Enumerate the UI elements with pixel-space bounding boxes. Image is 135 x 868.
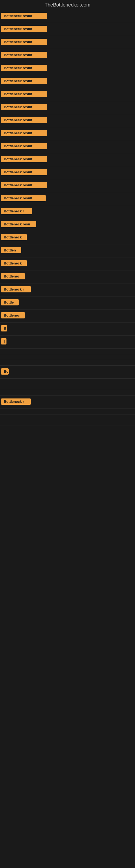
bottleneck-badge[interactable]: Bo [1, 368, 9, 375]
result-row: Bottleneck result [0, 49, 135, 62]
result-row: Bottleneck result [0, 36, 135, 49]
bottleneck-badge[interactable]: Bottleneck result [1, 130, 47, 136]
result-row: Bottleneck result [0, 153, 135, 166]
result-row: Bottleneck result [0, 192, 135, 205]
results-list: Bottleneck resultBottleneck resultBottle… [0, 10, 135, 426]
result-row [0, 384, 135, 390]
result-row: B [0, 322, 135, 336]
result-row: Bottleneck result [0, 114, 135, 127]
page-container: TheBottlenecker.com Bottleneck resultBot… [0, 0, 135, 426]
bottleneck-badge[interactable]: Bottleneck r [1, 208, 32, 214]
result-row: Bottle [0, 297, 135, 310]
bottleneck-badge[interactable]: Bottleneck r [1, 399, 31, 405]
result-row: Bottlen [0, 244, 135, 257]
result-row: Bottleneck resu [0, 218, 135, 231]
result-row: Bottleneck result [0, 75, 135, 88]
bottleneck-badge[interactable]: Bottleneck result [1, 78, 47, 84]
bottleneck-badge[interactable]: Bottleneck [1, 260, 27, 267]
result-row: Bottleneck r [0, 205, 135, 218]
bottleneck-badge[interactable]: Bottlenec [1, 273, 25, 279]
result-row: Bottleneck r [0, 283, 135, 297]
result-row: Bottleneck result [0, 166, 135, 179]
bottleneck-badge[interactable]: Bottleneck result [1, 156, 47, 162]
result-row [0, 360, 135, 366]
result-row: Bottleneck result [0, 62, 135, 75]
result-row: Bo [0, 366, 135, 379]
result-row: Bottleneck r [0, 396, 135, 409]
bottleneck-badge[interactable]: Bottleneck result [1, 195, 46, 201]
result-row: Bottleneck result [0, 10, 135, 23]
bottleneck-badge[interactable]: Bottle [1, 299, 18, 305]
bottleneck-badge[interactable]: Bottleneck result [1, 143, 47, 149]
result-row [0, 409, 135, 414]
result-row [0, 420, 135, 426]
bottleneck-badge[interactable]: Bottleneck result [1, 169, 47, 175]
bottleneck-badge[interactable]: Bottleneck result [1, 117, 47, 123]
result-row: Bottlenec [0, 310, 135, 322]
result-row: Bottleneck [0, 257, 135, 271]
bottleneck-badge[interactable]: Bottleneck result [1, 39, 47, 45]
result-row: Bottleneck result [0, 179, 135, 192]
result-row [0, 379, 135, 384]
bottleneck-badge[interactable]: Bottleneck result [1, 65, 47, 71]
bottleneck-badge[interactable]: B [1, 325, 7, 332]
bottleneck-badge[interactable]: Bottleneck result [1, 13, 47, 19]
result-row: Bottleneck result [0, 127, 135, 140]
result-row: Bottlenec [0, 271, 135, 283]
site-title: TheBottlenecker.com [0, 0, 135, 10]
result-row: Bottleneck result [0, 140, 135, 153]
result-row [0, 354, 135, 360]
bottleneck-badge[interactable]: Bottleneck result [1, 52, 47, 58]
result-row: Bottleneck result [0, 88, 135, 101]
bottleneck-badge[interactable]: Bottleneck result [1, 104, 47, 110]
bottleneck-badge[interactable]: Bottleneck result [1, 26, 47, 32]
result-row: Bottleneck [0, 231, 135, 244]
bottleneck-badge[interactable]: Bottlen [1, 247, 21, 253]
result-row: | [0, 336, 135, 348]
bottleneck-badge[interactable]: Bottleneck [1, 234, 27, 240]
result-row [0, 414, 135, 420]
result-row: Bottleneck result [0, 23, 135, 36]
bottleneck-badge[interactable]: Bottleneck result [1, 182, 47, 188]
bottleneck-badge[interactable]: Bottleneck resu [1, 221, 36, 227]
result-row [0, 348, 135, 354]
result-row: Bottleneck result [0, 101, 135, 114]
bottleneck-badge[interactable]: Bottleneck r [1, 286, 31, 292]
result-row [0, 390, 135, 396]
bottleneck-badge[interactable]: Bottleneck result [1, 91, 47, 97]
bottleneck-badge[interactable]: Bottlenec [1, 312, 25, 318]
bottleneck-badge[interactable]: | [1, 338, 6, 344]
